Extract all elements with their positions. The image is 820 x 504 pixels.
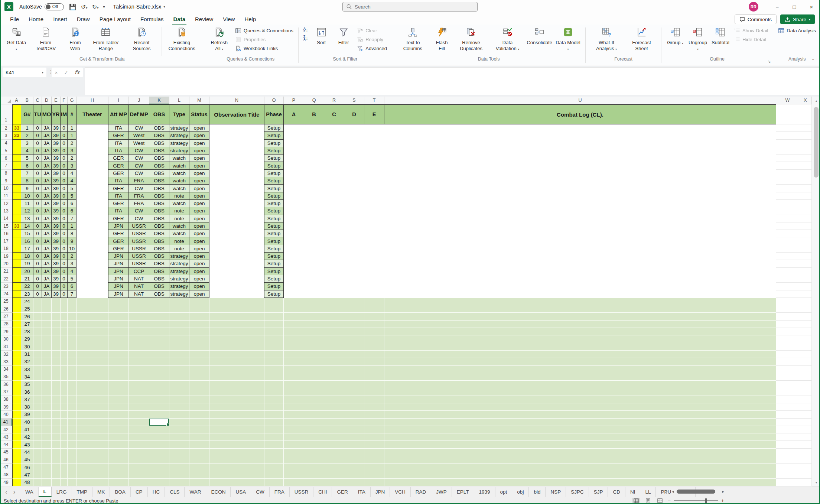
cell-C48[interactable] — [33, 471, 42, 479]
cell-L4[interactable]: strategy — [169, 140, 189, 147]
cell-K20[interactable]: OBS — [149, 260, 169, 267]
cell-X40[interactable] — [799, 411, 812, 418]
cell-I21[interactable]: JPN — [108, 268, 129, 275]
cell-C39[interactable] — [33, 403, 42, 411]
cell-W44[interactable] — [776, 441, 799, 448]
cell-E47[interactable] — [52, 464, 61, 471]
cell-B22[interactable]: 21 — [21, 275, 33, 283]
cell-M49[interactable] — [189, 479, 209, 486]
cell-P37[interactable] — [284, 388, 304, 396]
cell-H45[interactable] — [77, 449, 108, 456]
cell-J35[interactable] — [129, 373, 149, 381]
cell-B15[interactable]: 14 — [21, 222, 33, 230]
cell-J14[interactable]: CW — [129, 215, 149, 222]
cell-X39[interactable] — [799, 403, 812, 411]
sort-za-button[interactable]: ZA↓ — [302, 35, 310, 41]
cell-R19[interactable] — [324, 253, 344, 260]
cell-P40[interactable] — [284, 411, 304, 418]
cell-G49[interactable] — [68, 479, 77, 486]
cell-T6[interactable] — [364, 155, 384, 162]
cell-J47[interactable] — [129, 464, 149, 471]
cell-X22[interactable] — [799, 275, 812, 283]
cell-J31[interactable] — [129, 343, 149, 351]
cell-Q2[interactable] — [304, 124, 324, 132]
cell-D31[interactable] — [42, 343, 52, 351]
cell-B27[interactable]: 26 — [21, 313, 33, 320]
cell-E19[interactable]: 39 — [52, 253, 61, 260]
cell-C27[interactable] — [33, 313, 42, 320]
cell-E2[interactable]: 39 — [52, 124, 61, 132]
cell-X25[interactable] — [799, 298, 812, 305]
cell-D3[interactable]: JA — [42, 132, 52, 139]
cell-I34[interactable] — [108, 366, 129, 373]
cell-T11[interactable] — [364, 192, 384, 200]
cell-H31[interactable] — [77, 343, 108, 351]
hscroll-left-icon[interactable]: ◂ — [672, 489, 674, 494]
cell-Q8[interactable] — [304, 170, 324, 177]
cell-D17[interactable]: JA — [42, 237, 52, 245]
cell-F4[interactable]: 0 — [61, 140, 68, 147]
cell-U10[interactable] — [384, 185, 776, 192]
cell-D6[interactable]: JA — [42, 155, 52, 162]
sheet-tab-nsp[interactable]: NSP — [546, 487, 566, 497]
cell-A5[interactable] — [12, 147, 21, 155]
cell-B14[interactable]: 13 — [21, 215, 33, 222]
cell-D38[interactable] — [42, 396, 52, 403]
cell-H21[interactable] — [77, 268, 108, 275]
cell-S18[interactable] — [344, 245, 364, 253]
cell-G40[interactable] — [68, 411, 77, 418]
row-header-41[interactable]: 41 — [0, 419, 12, 426]
page-layout-view-icon[interactable] — [644, 498, 652, 504]
cell-M5[interactable]: open — [189, 147, 209, 155]
cell-A35[interactable] — [12, 373, 21, 381]
cell-X48[interactable] — [799, 471, 812, 479]
cell-B44[interactable]: 43 — [21, 441, 33, 448]
cell-W33[interactable] — [776, 358, 799, 365]
cell-J24[interactable]: NAT — [129, 290, 149, 298]
cell-I49[interactable] — [108, 479, 129, 486]
column-header-X[interactable]: X — [799, 97, 812, 104]
cell-H18[interactable] — [77, 245, 108, 253]
cell-Q34[interactable] — [304, 366, 324, 373]
cell-W6[interactable] — [776, 155, 799, 162]
cell-F15[interactable]: 0 — [61, 222, 68, 230]
cell-M23[interactable]: open — [189, 283, 209, 290]
cell-R31[interactable] — [324, 343, 344, 351]
cell-L15[interactable]: watch — [169, 222, 189, 230]
cell-O41[interactable] — [264, 419, 284, 426]
cell-B30[interactable]: 29 — [21, 335, 33, 343]
column-header-A[interactable]: A — [12, 97, 21, 104]
cell-W49[interactable] — [776, 479, 799, 486]
cell-U8[interactable] — [384, 170, 776, 177]
cell-U41[interactable] — [384, 419, 776, 426]
cell-W20[interactable] — [776, 260, 799, 267]
cell-N31[interactable] — [209, 343, 264, 351]
cell-R5[interactable] — [324, 147, 344, 155]
row-header-40[interactable]: 40 — [0, 411, 12, 418]
cell-X24[interactable] — [799, 290, 812, 298]
cell-R13[interactable] — [324, 207, 344, 215]
row-header-20[interactable]: 20 — [0, 260, 12, 267]
cell-N13[interactable] — [209, 207, 264, 215]
cell-H22[interactable] — [77, 275, 108, 283]
cell-U36[interactable] — [384, 381, 776, 388]
cell-T41[interactable] — [364, 419, 384, 426]
cell-J28[interactable] — [129, 321, 149, 328]
cell-W48[interactable] — [776, 471, 799, 479]
sheet-tab-1939[interactable]: 1939 — [474, 487, 495, 497]
cell-L25[interactable] — [169, 298, 189, 305]
cell-D21[interactable]: JA — [42, 268, 52, 275]
cell-H5[interactable] — [77, 147, 108, 155]
cell-T28[interactable] — [364, 321, 384, 328]
cell-H9[interactable] — [77, 177, 108, 185]
cell-G6[interactable]: 2 — [68, 155, 77, 162]
cell-Q23[interactable] — [304, 283, 324, 290]
cell-F12[interactable]: 0 — [61, 200, 68, 207]
cell-G33[interactable] — [68, 358, 77, 365]
cell-N33[interactable] — [209, 358, 264, 365]
cell-L2[interactable]: strategy — [169, 124, 189, 132]
sheet-tab-ita[interactable]: ITA — [353, 487, 371, 497]
cell-L33[interactable] — [169, 358, 189, 365]
cell-N35[interactable] — [209, 373, 264, 381]
cell-R14[interactable] — [324, 215, 344, 222]
